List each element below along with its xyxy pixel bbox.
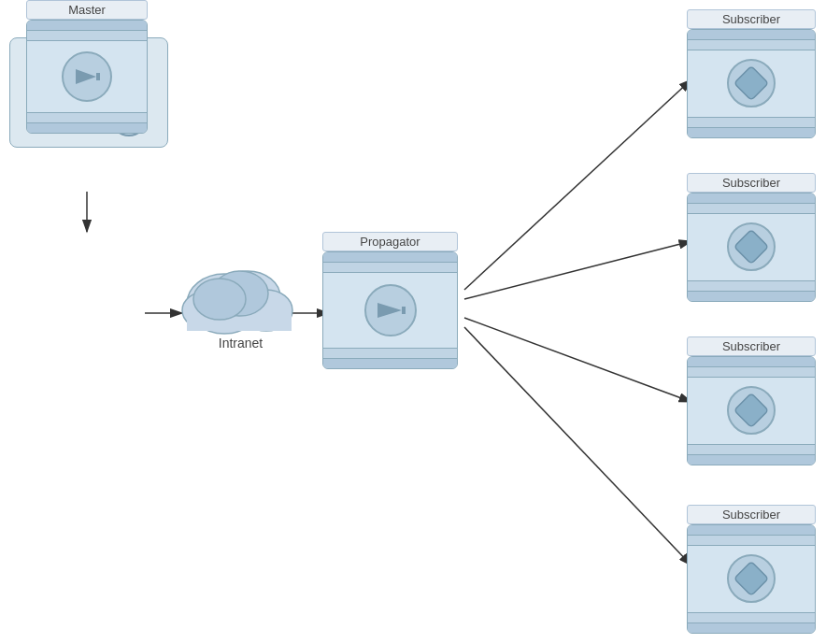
propagator-arrow-icon xyxy=(363,282,419,338)
master-label: Master xyxy=(26,0,148,20)
svg-rect-26 xyxy=(402,307,406,314)
subscriber-4: Subscriber xyxy=(687,505,816,634)
subscriber-2-label: Subscriber xyxy=(687,173,816,193)
subscriber-2-icon xyxy=(688,214,815,280)
subscriber-3-label: Subscriber xyxy=(687,336,816,356)
intranet-cloud: Intranet xyxy=(173,252,308,351)
master-db-body xyxy=(26,20,148,134)
propagator-db: Propagator xyxy=(322,232,458,369)
subscriber-1-icon xyxy=(688,50,815,117)
propagator-db-icon xyxy=(323,273,457,348)
propagator-db-body xyxy=(322,251,458,369)
subscriber-2: Subscriber xyxy=(687,173,816,302)
subscriber-3: Subscriber xyxy=(687,336,816,465)
propagator-label: Propagator xyxy=(322,232,458,251)
subscriber-4-icon xyxy=(688,546,815,612)
svg-point-23 xyxy=(193,279,246,320)
subscriber-4-body xyxy=(687,524,816,634)
cloud-icon xyxy=(173,252,308,346)
subscriber-3-diamond-icon xyxy=(726,385,777,436)
master-db: Master xyxy=(26,0,148,134)
subscriber-4-diamond-icon xyxy=(726,553,777,605)
diagram: Application Master xyxy=(0,0,826,644)
subscriber-3-body xyxy=(687,356,816,465)
subscriber-1-body xyxy=(687,29,816,138)
master-arrow-icon xyxy=(61,50,113,103)
subscriber-1: Subscriber xyxy=(687,9,816,138)
svg-line-4 xyxy=(464,79,691,290)
subscriber-2-body xyxy=(687,193,816,302)
svg-rect-16 xyxy=(96,73,100,80)
svg-line-6 xyxy=(464,318,691,402)
svg-line-7 xyxy=(464,327,691,565)
svg-line-5 xyxy=(464,241,691,299)
subscriber-2-diamond-icon xyxy=(726,222,777,273)
subscriber-3-icon xyxy=(688,378,815,444)
master-db-icon xyxy=(27,41,147,112)
subscriber-4-label: Subscriber xyxy=(687,505,816,524)
subscriber-1-diamond-icon xyxy=(726,58,777,109)
subscriber-1-label: Subscriber xyxy=(687,9,816,29)
